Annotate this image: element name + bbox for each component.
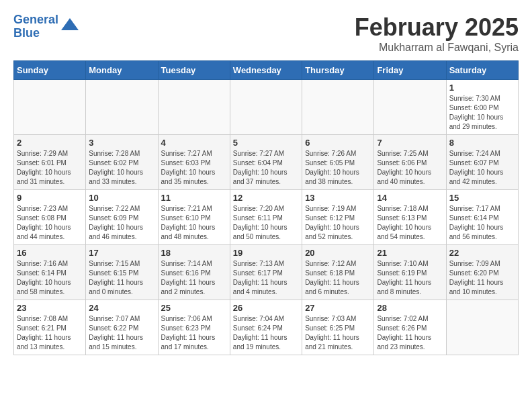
calendar-cell xyxy=(158,80,230,135)
day-number: 24 xyxy=(89,303,154,313)
day-number: 20 xyxy=(305,248,371,258)
day-number: 8 xyxy=(449,138,515,148)
day-number: 25 xyxy=(161,303,227,313)
calendar-cell xyxy=(230,80,302,135)
calendar-cell: 4Sunrise: 7:27 AM Sunset: 6:03 PM Daylig… xyxy=(158,135,230,190)
day-info: Sunrise: 7:10 AM Sunset: 6:19 PM Dayligh… xyxy=(377,259,443,297)
day-info: Sunrise: 7:25 AM Sunset: 6:06 PM Dayligh… xyxy=(377,149,443,187)
day-number: 16 xyxy=(17,248,83,258)
calendar-cell: 16Sunrise: 7:16 AM Sunset: 6:14 PM Dayli… xyxy=(14,245,86,300)
calendar-week-4: 16Sunrise: 7:16 AM Sunset: 6:14 PM Dayli… xyxy=(14,245,519,300)
day-info: Sunrise: 7:24 AM Sunset: 6:07 PM Dayligh… xyxy=(449,149,515,187)
calendar-cell: 23Sunrise: 7:08 AM Sunset: 6:21 PM Dayli… xyxy=(14,300,86,355)
calendar-cell: 8Sunrise: 7:24 AM Sunset: 6:07 PM Daylig… xyxy=(446,135,518,190)
day-info: Sunrise: 7:14 AM Sunset: 6:16 PM Dayligh… xyxy=(161,259,227,297)
day-info: Sunrise: 7:19 AM Sunset: 6:12 PM Dayligh… xyxy=(305,204,371,242)
day-info: Sunrise: 7:13 AM Sunset: 6:17 PM Dayligh… xyxy=(233,259,299,297)
day-number: 23 xyxy=(17,303,83,313)
day-info: Sunrise: 7:16 AM Sunset: 6:14 PM Dayligh… xyxy=(17,259,83,297)
calendar-cell xyxy=(86,80,158,135)
page-header: General Blue February 2025 Mukharram al … xyxy=(13,13,519,54)
calendar-cell: 9Sunrise: 7:23 AM Sunset: 6:08 PM Daylig… xyxy=(14,190,86,245)
day-number: 11 xyxy=(161,193,227,203)
day-number: 26 xyxy=(233,303,299,313)
col-header-wednesday: Wednesday xyxy=(230,61,302,80)
calendar-week-5: 23Sunrise: 7:08 AM Sunset: 6:21 PM Dayli… xyxy=(14,300,519,355)
day-number: 4 xyxy=(161,138,227,148)
calendar-header-row: SundayMondayTuesdayWednesdayThursdayFrid… xyxy=(14,61,519,80)
day-info: Sunrise: 7:06 AM Sunset: 6:23 PM Dayligh… xyxy=(161,314,227,352)
col-header-tuesday: Tuesday xyxy=(158,61,230,80)
day-info: Sunrise: 7:09 AM Sunset: 6:20 PM Dayligh… xyxy=(449,259,515,297)
day-info: Sunrise: 7:02 AM Sunset: 6:26 PM Dayligh… xyxy=(377,314,443,352)
calendar-cell: 1Sunrise: 7:30 AM Sunset: 6:00 PM Daylig… xyxy=(446,80,518,135)
day-info: Sunrise: 7:07 AM Sunset: 6:22 PM Dayligh… xyxy=(89,314,154,352)
calendar-cell: 12Sunrise: 7:20 AM Sunset: 6:11 PM Dayli… xyxy=(230,190,302,245)
logo-blue: Blue xyxy=(13,26,40,40)
day-number: 6 xyxy=(305,138,371,148)
calendar-cell: 28Sunrise: 7:02 AM Sunset: 6:26 PM Dayli… xyxy=(374,300,446,355)
day-number: 12 xyxy=(233,193,299,203)
calendar-cell: 2Sunrise: 7:29 AM Sunset: 6:01 PM Daylig… xyxy=(14,135,86,190)
day-info: Sunrise: 7:27 AM Sunset: 6:03 PM Dayligh… xyxy=(161,149,227,187)
svg-marker-0 xyxy=(61,18,79,30)
day-number: 5 xyxy=(233,138,299,148)
day-number: 10 xyxy=(89,193,154,203)
calendar-cell: 22Sunrise: 7:09 AM Sunset: 6:20 PM Dayli… xyxy=(446,245,518,300)
day-number: 27 xyxy=(305,303,371,313)
day-info: Sunrise: 7:22 AM Sunset: 6:09 PM Dayligh… xyxy=(89,204,154,242)
calendar-table: SundayMondayTuesdayWednesdayThursdayFrid… xyxy=(13,60,519,355)
logo-text: General Blue xyxy=(13,13,58,40)
day-info: Sunrise: 7:30 AM Sunset: 6:00 PM Dayligh… xyxy=(449,94,515,132)
calendar-subtitle: Mukharram al Fawqani, Syria xyxy=(355,42,519,54)
day-info: Sunrise: 7:26 AM Sunset: 6:05 PM Dayligh… xyxy=(305,149,371,187)
calendar-cell xyxy=(374,80,446,135)
day-number: 2 xyxy=(17,138,83,148)
day-info: Sunrise: 7:28 AM Sunset: 6:02 PM Dayligh… xyxy=(89,149,154,187)
calendar-cell: 24Sunrise: 7:07 AM Sunset: 6:22 PM Dayli… xyxy=(86,300,158,355)
day-number: 19 xyxy=(233,248,299,258)
calendar-title: February 2025 xyxy=(355,13,519,42)
calendar-cell: 21Sunrise: 7:10 AM Sunset: 6:19 PM Dayli… xyxy=(374,245,446,300)
day-info: Sunrise: 7:18 AM Sunset: 6:13 PM Dayligh… xyxy=(377,204,443,242)
day-info: Sunrise: 7:03 AM Sunset: 6:25 PM Dayligh… xyxy=(305,314,371,352)
logo-general: General xyxy=(13,13,58,26)
col-header-sunday: Sunday xyxy=(14,61,86,80)
day-number: 21 xyxy=(377,248,443,258)
day-info: Sunrise: 7:27 AM Sunset: 6:04 PM Dayligh… xyxy=(233,149,299,187)
calendar-cell xyxy=(14,80,86,135)
calendar-week-2: 2Sunrise: 7:29 AM Sunset: 6:01 PM Daylig… xyxy=(14,135,519,190)
calendar-cell: 10Sunrise: 7:22 AM Sunset: 6:09 PM Dayli… xyxy=(86,190,158,245)
calendar-cell: 18Sunrise: 7:14 AM Sunset: 6:16 PM Dayli… xyxy=(158,245,230,300)
day-number: 14 xyxy=(377,193,443,203)
calendar-cell: 25Sunrise: 7:06 AM Sunset: 6:23 PM Dayli… xyxy=(158,300,230,355)
day-number: 15 xyxy=(449,193,515,203)
calendar-week-3: 9Sunrise: 7:23 AM Sunset: 6:08 PM Daylig… xyxy=(14,190,519,245)
day-number: 13 xyxy=(305,193,371,203)
col-header-monday: Monday xyxy=(86,61,158,80)
calendar-cell: 19Sunrise: 7:13 AM Sunset: 6:17 PM Dayli… xyxy=(230,245,302,300)
calendar-cell: 17Sunrise: 7:15 AM Sunset: 6:15 PM Dayli… xyxy=(86,245,158,300)
calendar-cell xyxy=(302,80,374,135)
calendar-cell: 26Sunrise: 7:04 AM Sunset: 6:24 PM Dayli… xyxy=(230,300,302,355)
calendar-cell: 7Sunrise: 7:25 AM Sunset: 6:06 PM Daylig… xyxy=(374,135,446,190)
day-number: 3 xyxy=(89,138,154,148)
col-header-saturday: Saturday xyxy=(446,61,518,80)
day-number: 7 xyxy=(377,138,443,148)
col-header-thursday: Thursday xyxy=(302,61,374,80)
day-info: Sunrise: 7:08 AM Sunset: 6:21 PM Dayligh… xyxy=(17,314,83,352)
calendar-cell: 14Sunrise: 7:18 AM Sunset: 6:13 PM Dayli… xyxy=(374,190,446,245)
day-number: 18 xyxy=(161,248,227,258)
calendar-week-1: 1Sunrise: 7:30 AM Sunset: 6:00 PM Daylig… xyxy=(14,80,519,135)
calendar-cell: 27Sunrise: 7:03 AM Sunset: 6:25 PM Dayli… xyxy=(302,300,374,355)
day-number: 9 xyxy=(17,193,83,203)
calendar-cell: 5Sunrise: 7:27 AM Sunset: 6:04 PM Daylig… xyxy=(230,135,302,190)
calendar-cell: 20Sunrise: 7:12 AM Sunset: 6:18 PM Dayli… xyxy=(302,245,374,300)
day-number: 28 xyxy=(377,303,443,313)
day-number: 22 xyxy=(449,248,515,258)
day-info: Sunrise: 7:29 AM Sunset: 6:01 PM Dayligh… xyxy=(17,149,83,187)
day-number: 1 xyxy=(449,83,515,93)
day-info: Sunrise: 7:20 AM Sunset: 6:11 PM Dayligh… xyxy=(233,204,299,242)
calendar-cell: 11Sunrise: 7:21 AM Sunset: 6:10 PM Dayli… xyxy=(158,190,230,245)
day-info: Sunrise: 7:15 AM Sunset: 6:15 PM Dayligh… xyxy=(89,259,154,297)
